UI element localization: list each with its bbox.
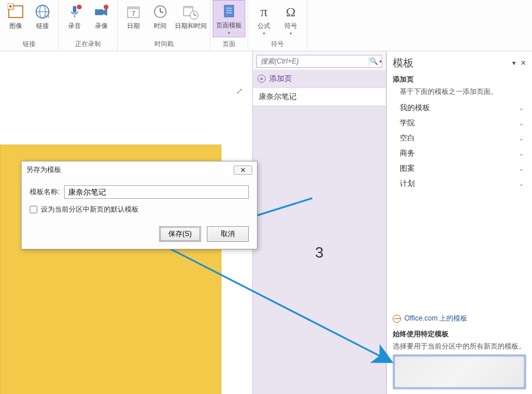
symbol-button[interactable]: Ω 符号 ▾ — [277, 0, 304, 37]
template-category-academic[interactable]: 学院⌄ — [393, 115, 526, 131]
chevron-down-icon: ▾ — [290, 30, 292, 37]
page-list-item[interactable]: 康奈尔笔记 — [253, 87, 386, 106]
save-button-label: 保存(S) — [168, 230, 192, 238]
expand-icon[interactable]: ⤢ — [236, 86, 243, 96]
svg-rect-10 — [95, 9, 103, 15]
template-category-planners[interactable]: 计划⌄ — [393, 176, 526, 191]
svg-rect-14 — [128, 7, 139, 9]
ribbon-group-links: 图像 链接 链接 — [0, 0, 59, 51]
magnifier-icon: 🔍 — [369, 57, 378, 65]
chevron-down-icon: ⌄ — [519, 119, 524, 127]
svg-marker-11 — [103, 9, 107, 16]
template-category-label: 学院 — [400, 118, 415, 128]
ribbon-group-recording: 录音 录像 正在录制 — [59, 0, 118, 51]
dialog-close-button[interactable]: ✕ — [234, 166, 252, 175]
templates-pane-title: 模板 — [393, 56, 414, 70]
ribbon-group-timestamp: 7 日期 时间 日期和时间 时间戳 — [118, 0, 210, 51]
templates-default-block: 始终使用特定模板 选择要用于当前分区中的所有新页的模板。 — [393, 329, 526, 389]
page-template-button[interactable]: 页面模板 ▾ — [213, 0, 245, 37]
link-icon — [33, 2, 52, 21]
chevron-down-icon: ⌄ — [519, 150, 524, 157]
pane-dropdown-icon[interactable]: ▾ — [512, 59, 516, 67]
chevron-down-icon: ⌄ — [519, 165, 524, 173]
ribbon-group-label-page: 页面 — [223, 38, 235, 50]
svg-point-12 — [104, 5, 108, 9]
svg-rect-7 — [73, 6, 76, 13]
equation-button[interactable]: π 公式 ▾ — [251, 0, 277, 37]
set-default-checkbox-label: 设为当前分区中新页的默认模板 — [41, 205, 139, 214]
date-button-label: 日期 — [127, 22, 140, 30]
cancel-button[interactable]: 取消 — [207, 226, 249, 242]
ribbon-group-label-recording: 正在录制 — [75, 38, 101, 50]
template-category-my[interactable]: 我的模板⌄ — [393, 100, 526, 115]
template-name-input[interactable] — [64, 185, 249, 199]
record-audio-button[interactable]: 录音 — [61, 0, 88, 37]
chevron-down-icon: ▾ — [263, 30, 265, 37]
record-video-button[interactable]: 录像 — [88, 0, 115, 37]
microphone-icon — [65, 2, 84, 21]
office-templates-link[interactable]: Office.com 上的模板 — [393, 226, 526, 323]
svg-point-9 — [77, 5, 82, 9]
save-button[interactable]: 保存(S) — [159, 226, 201, 242]
time-button-label: 时间 — [154, 22, 167, 30]
link-button-label: 链接 — [36, 22, 49, 30]
dialog-titlebar[interactable]: 另存为模板 ✕ — [22, 161, 257, 178]
record-audio-label: 录音 — [68, 22, 81, 30]
office-link-label: Office.com 上的模板 — [404, 314, 467, 323]
ribbon-group-page: 页面模板 ▾ 页面 — [210, 0, 248, 51]
template-category-label: 图案 — [400, 163, 415, 174]
symbol-button-label: 符号 — [284, 22, 297, 30]
search-input[interactable] — [257, 57, 369, 65]
plus-circle-icon: + — [258, 75, 266, 83]
template-category-label: 我的模板 — [400, 103, 430, 113]
calendar-date-icon: 7 — [124, 2, 143, 21]
cancel-button-label: 取消 — [221, 230, 235, 238]
datetime-button[interactable]: 日期和时间 — [174, 0, 207, 37]
annotation-number: 3 — [253, 244, 386, 262]
template-category-label: 计划 — [400, 178, 415, 189]
template-category-label: 空白 — [400, 133, 415, 143]
ribbon-group-symbols: π 公式 ▾ Ω 符号 ▾ 符号 — [248, 0, 307, 51]
template-category-blank[interactable]: 空白⌄ — [393, 131, 526, 146]
image-button[interactable]: 图像 — [2, 0, 29, 37]
search-button[interactable]: 🔍▾ — [369, 57, 382, 65]
templates-default-selector[interactable] — [393, 354, 526, 389]
calendar-clock-icon — [181, 2, 200, 21]
link-button[interactable]: 链接 — [29, 0, 56, 37]
svg-text:π: π — [260, 4, 267, 19]
templates-pane: 模板 ▾ ✕ 添加页 基于下面的模板之一添加页面。 我的模板⌄ 学院⌄ 空白⌄ … — [386, 51, 532, 394]
ribbon-group-label-symbols: 符号 — [271, 38, 284, 50]
chevron-down-icon: ⌄ — [519, 135, 524, 142]
pane-close-icon[interactable]: ✕ — [520, 59, 526, 67]
template-category-designs[interactable]: 图案⌄ — [393, 161, 526, 176]
svg-text:Ω: Ω — [286, 5, 295, 19]
globe-icon — [393, 315, 401, 323]
templates-default-desc: 选择要用于当前分区中的所有新页的模板。 — [393, 342, 526, 351]
image-icon — [6, 2, 25, 21]
omega-icon: Ω — [281, 2, 300, 21]
date-button[interactable]: 7 日期 — [120, 0, 147, 37]
record-video-label: 录像 — [95, 22, 108, 30]
equation-button-label: 公式 — [258, 22, 270, 30]
chevron-down-icon: ▾ — [228, 29, 230, 37]
time-button[interactable]: 时间 — [147, 0, 174, 37]
add-page-button[interactable]: + 添加页 — [253, 70, 386, 87]
save-as-template-dialog: 另存为模板 ✕ 模板名称: 设为当前分区中新页的默认模板 保存(S) 取消 — [21, 161, 258, 249]
templates-default-title: 始终使用特定模板 — [393, 329, 526, 339]
svg-rect-24 — [224, 5, 234, 17]
chevron-down-icon: ▾ — [379, 59, 382, 64]
ribbon-group-label-timestamp: 时间戳 — [154, 38, 174, 50]
camcorder-icon — [92, 2, 111, 21]
set-default-checkbox[interactable] — [30, 206, 37, 213]
chevron-down-icon: ⌄ — [519, 180, 524, 188]
dialog-title-text: 另存为模板 — [26, 165, 61, 175]
templates-hint: 基于下面的模板之一添加页面。 — [400, 87, 526, 97]
ribbon: 图像 链接 链接 录音 录像 — [0, 0, 532, 51]
pi-icon: π — [255, 2, 273, 21]
templates-subtitle: 添加页 — [393, 75, 526, 85]
search-row: 🔍▾ — [253, 51, 386, 70]
svg-rect-20 — [184, 6, 193, 8]
add-page-label: 添加页 — [269, 73, 292, 84]
template-category-business[interactable]: 商务⌄ — [393, 146, 526, 161]
page-template-label: 页面模板 — [216, 22, 242, 29]
